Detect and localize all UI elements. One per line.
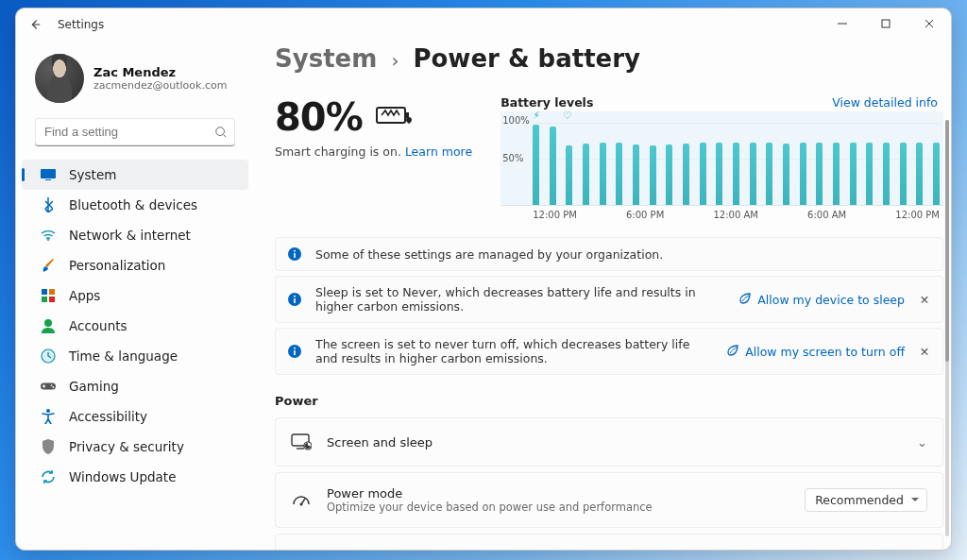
dismiss-button[interactable]: ✕ <box>918 345 931 359</box>
card-title: Power mode <box>327 486 789 501</box>
svg-point-1 <box>216 127 225 136</box>
nav-label: Accessibility <box>69 409 147 424</box>
settings-window: Settings Zac Mendez zacmendez@outlook.co… <box>15 8 952 551</box>
info-icon <box>287 246 302 262</box>
back-button[interactable] <box>27 17 42 32</box>
card-subtitle: Optimize your device based on power use … <box>327 501 789 514</box>
xtick: 12:00 AM <box>713 210 757 220</box>
scrollbar[interactable] <box>945 120 949 536</box>
view-detailed-info-link[interactable]: View detailed info <box>832 95 938 110</box>
section-title-power: Power <box>275 394 943 408</box>
battery-summary: 80% Smart charging is on. Learn more <box>275 95 472 220</box>
nav-item-wifi[interactable]: Network & internet <box>22 220 248 250</box>
chart-bar <box>833 143 840 205</box>
nav-label: Apps <box>69 288 100 303</box>
breadcrumb-root[interactable]: System <box>275 44 377 73</box>
close-button[interactable] <box>908 8 951 39</box>
learn-more-link[interactable]: Learn more <box>405 144 472 159</box>
notice-action-link[interactable]: Allow my screen to turn off <box>726 344 905 360</box>
titlebar-left: Settings <box>27 17 104 32</box>
accessibility-icon <box>41 409 56 424</box>
chart-bar <box>933 143 940 205</box>
svg-rect-21 <box>294 298 296 303</box>
search-box[interactable] <box>35 118 235 146</box>
nav-item-accessibility[interactable]: Accessibility <box>22 401 248 432</box>
chart-bar <box>583 144 589 205</box>
user-card[interactable]: Zac Mendez zacmendez@outlook.com <box>16 46 254 118</box>
nav-item-apps[interactable]: Apps <box>22 280 248 311</box>
chart-bar <box>800 143 806 205</box>
chart-bar <box>533 125 539 205</box>
nav-list: SystemBluetooth & devicesNetwork & inter… <box>16 160 254 492</box>
window-title: Settings <box>58 18 104 31</box>
search-icon <box>214 125 228 143</box>
svg-point-12 <box>51 384 53 386</box>
nav-item-privacy[interactable]: Privacy & security <box>22 432 248 462</box>
chart-area[interactable]: 100% 50% ⚡♡ <box>500 111 943 206</box>
maximize-button[interactable] <box>864 8 908 39</box>
user-email: zacmendez@outlook.com <box>93 79 227 92</box>
nav-label: Network & internet <box>69 228 191 243</box>
chart-bar <box>866 143 873 205</box>
svg-rect-0 <box>882 20 890 27</box>
chart-bar <box>883 143 890 205</box>
xtick: 12:00 PM <box>533 210 577 220</box>
apps-icon <box>41 288 56 303</box>
chart-bar <box>783 144 789 205</box>
page-title: System › Power & battery <box>275 44 943 73</box>
svg-rect-3 <box>45 179 51 180</box>
sidebar: Zac Mendez zacmendez@outlook.com SystemB… <box>16 39 258 550</box>
power-mode-dropdown[interactable]: Recommended <box>805 488 927 512</box>
titlebar <box>16 8 951 39</box>
dismiss-button[interactable]: ✕ <box>918 293 931 307</box>
chart-bar <box>750 143 756 205</box>
wifi-icon <box>41 228 56 243</box>
chart-bar <box>900 143 907 205</box>
card-title: Screen and sleep <box>327 435 902 450</box>
nav-item-update[interactable]: Windows Update <box>22 462 248 492</box>
svg-rect-18 <box>294 253 296 258</box>
avatar <box>35 54 84 103</box>
smart-charging-status: Smart charging is on. Learn more <box>275 144 472 159</box>
chart-bar <box>733 143 739 205</box>
chart-bar <box>916 143 923 205</box>
nav-item-system[interactable]: System <box>22 160 248 190</box>
user-name: Zac Mendez <box>93 65 227 79</box>
notice-banner: The screen is set to never turn off, whi… <box>275 328 943 375</box>
nav-item-brush[interactable]: Personalization <box>22 250 248 280</box>
brush-icon <box>41 258 56 273</box>
nav-item-gaming[interactable]: Gaming <box>22 371 248 401</box>
search-input[interactable] <box>35 118 235 146</box>
bluetooth-icon <box>41 197 56 212</box>
info-icon <box>287 292 302 307</box>
chart-xaxis: 12:00 PM6:00 PM12:00 AM6:00 AM12:00 PM <box>500 206 943 220</box>
privacy-icon <box>41 439 56 454</box>
nav-item-time[interactable]: Time & language <box>22 341 248 371</box>
chart-bar <box>666 144 672 205</box>
xtick: 6:00 AM <box>807 210 846 220</box>
nav-item-account[interactable]: Accounts <box>22 311 248 341</box>
chart-bar <box>850 143 857 205</box>
battery-percent: 80% <box>275 95 363 139</box>
power-mode-card[interactable]: Power mode Optimize your device based on… <box>275 472 943 528</box>
ytick-50: 50% <box>502 153 523 163</box>
notice-banner: Some of these settings are managed by yo… <box>275 237 943 271</box>
nav-label: Accounts <box>69 318 127 333</box>
nav-label: Bluetooth & devices <box>69 197 197 212</box>
nav-item-bluetooth[interactable]: Bluetooth & devices <box>22 190 248 220</box>
notices: Some of these settings are managed by yo… <box>275 237 943 375</box>
ytick-100: 100% <box>502 115 530 126</box>
main-content: System › Power & battery 80% Smart charg… <box>258 39 951 550</box>
notice-action-link[interactable]: Allow my device to sleep <box>738 292 905 308</box>
chart-markers: ⚡♡ <box>533 110 572 122</box>
chevron-down-icon: ⌄ <box>917 435 927 450</box>
carbon-card[interactable]: Power consumption and carbon emissions L… <box>275 534 943 550</box>
minimize-button[interactable] <box>821 8 864 39</box>
chevron-right-icon: › <box>391 49 399 72</box>
screen-and-sleep-card[interactable]: Screen and sleep ⌄ <box>275 417 943 467</box>
time-icon <box>41 348 56 364</box>
update-icon <box>41 469 56 484</box>
svg-point-25 <box>294 348 296 349</box>
nav-label: Time & language <box>69 348 178 364</box>
notice-banner: Sleep is set to Never, which decreases b… <box>275 276 943 323</box>
